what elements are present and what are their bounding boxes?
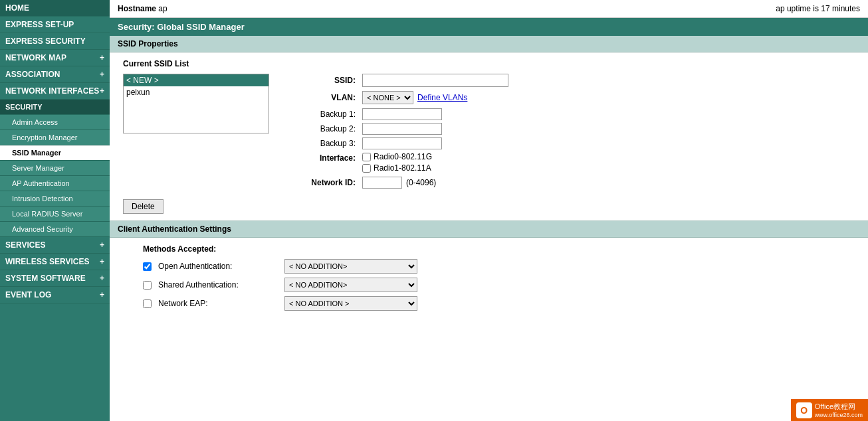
- sidebar-label: NETWORK INTERFACES: [5, 86, 99, 96]
- define-vlans-link[interactable]: Define VLANs: [417, 93, 467, 102]
- open-auth-row: Open Authentication: < NO ADDITION>: [123, 259, 855, 274]
- sidebar-item-security[interactable]: SECURITY: [0, 100, 110, 115]
- shared-auth-label[interactable]: Shared Authentication:: [158, 280, 278, 290]
- current-ssid-title: Current SSID List: [123, 59, 855, 68]
- hostname-value: ap: [158, 4, 167, 13]
- interface-checkbox-2[interactable]: [362, 164, 371, 173]
- interface-option-2[interactable]: Radio1-802.11A: [362, 163, 432, 173]
- backup3-row: Backup 3:: [289, 137, 855, 149]
- sidebar-item-local-radius[interactable]: Local RADIUS Server: [0, 207, 110, 222]
- shared-auth-checkbox[interactable]: [143, 281, 152, 290]
- network-id-hint: (0-4096): [406, 178, 436, 187]
- plus-icon: +: [100, 53, 104, 62]
- network-id-row: Network ID: (0-4096): [289, 177, 855, 189]
- sidebar-item-event-log[interactable]: EVENT LOG+: [0, 287, 110, 303]
- network-eap-checkbox[interactable]: [143, 299, 152, 308]
- interface-option-2-label: Radio1-802.11A: [374, 163, 431, 173]
- delete-button[interactable]: Delete: [123, 199, 163, 214]
- sidebar-label: SECURITY: [5, 103, 43, 111]
- sidebar-label: Admin Access: [12, 118, 58, 126]
- list-item[interactable]: < NEW >: [124, 74, 269, 86]
- sidebar-item-express-security[interactable]: EXPRESS SECURITY: [0, 33, 110, 50]
- interface-option-1-label: Radio0-802.11G: [374, 152, 432, 161]
- ssid-input[interactable]: [362, 74, 508, 87]
- sidebar-item-advanced-security[interactable]: Advanced Security: [0, 222, 110, 237]
- backup1-label: Backup 1:: [289, 110, 362, 119]
- topbar: Hostname ap ap uptime is 17 minutes: [110, 0, 868, 18]
- sidebar-item-server-manager[interactable]: Server Manager: [0, 161, 110, 176]
- sidebar-item-intrusion-detection[interactable]: Intrusion Detection: [0, 191, 110, 207]
- sidebar-label: Encryption Manager: [12, 133, 77, 141]
- open-auth-checkbox[interactable]: [143, 262, 152, 271]
- sidebar-label: Server Manager: [12, 164, 64, 172]
- sidebar-label: Local RADIUS Server: [12, 210, 82, 218]
- network-id-input[interactable]: [362, 177, 402, 189]
- backup2-label: Backup 2:: [289, 124, 362, 133]
- network-eap-row: Network EAP: < NO ADDITION >: [123, 296, 855, 311]
- network-eap-label[interactable]: Network EAP:: [158, 299, 278, 308]
- plus-icon: +: [100, 240, 104, 250]
- sidebar-item-admin-access[interactable]: Admin Access: [0, 115, 110, 130]
- uptime-text: ap uptime is 17 minutes: [776, 4, 860, 13]
- sidebar-item-ap-authentication[interactable]: AP Authentication: [0, 176, 110, 191]
- plus-icon: +: [100, 86, 104, 96]
- backup2-input[interactable]: [362, 123, 442, 135]
- sidebar-item-home[interactable]: HOME: [0, 0, 110, 17]
- interface-row: Interface: Radio0-802.11G Radio1-802.11A: [289, 152, 855, 173]
- network-id-label: Network ID:: [289, 178, 362, 187]
- vlan-select-row: < NONE > Define VLANs: [362, 91, 467, 104]
- sidebar-item-express-setup[interactable]: EXPRESS SET-UP: [0, 17, 110, 33]
- vlan-select[interactable]: < NONE >: [362, 91, 413, 104]
- sidebar-item-encryption-manager[interactable]: Encryption Manager: [0, 130, 110, 145]
- sidebar-label: Advanced Security: [12, 225, 73, 233]
- ssid-properties-header: SSID Properties: [110, 36, 868, 52]
- backup3-label: Backup 3:: [289, 139, 362, 148]
- backup1-input[interactable]: [362, 108, 442, 120]
- plus-icon: +: [100, 70, 104, 79]
- client-auth-section: Methods Accepted: Open Authentication: <…: [110, 238, 868, 321]
- plus-icon: +: [100, 257, 104, 266]
- sidebar-label: EVENT LOG: [5, 290, 51, 299]
- backup3-input[interactable]: [362, 137, 442, 149]
- sidebar-item-association[interactable]: ASSOCIATION+: [0, 66, 110, 83]
- plus-icon: +: [100, 274, 104, 283]
- ssid-listbox[interactable]: < NEW >peixun: [123, 74, 269, 133]
- watermark-text: Office教程网 www.office26.com: [815, 402, 863, 418]
- client-auth-header: Client Authentication Settings: [110, 221, 868, 238]
- main-content: Hostname ap ap uptime is 17 minutes Secu…: [110, 0, 868, 421]
- sidebar-label: AP Authentication: [12, 179, 70, 187]
- open-auth-select[interactable]: < NO ADDITION>: [284, 259, 417, 274]
- sidebar-label: SERVICES: [5, 240, 45, 250]
- sidebar-item-services[interactable]: SERVICES+: [0, 237, 110, 254]
- hostname-label: Hostname: [118, 4, 156, 13]
- sidebar-item-network-interfaces[interactable]: NETWORK INTERFACES+: [0, 83, 110, 100]
- sidebar-label: ASSOCIATION: [5, 70, 60, 79]
- shared-auth-select[interactable]: < NO ADDITION>: [284, 278, 417, 292]
- ssid-panel: < NEW >peixun SSID: VLAN: < NONE > Defi: [123, 74, 855, 193]
- sidebar-label: SYSTEM SOFTWARE: [5, 274, 86, 283]
- sidebar-label: EXPRESS SET-UP: [5, 20, 74, 29]
- sidebar-item-network-map[interactable]: NETWORK MAP+: [0, 50, 110, 66]
- page-title: Security: Global SSID Manager: [118, 22, 245, 32]
- list-item[interactable]: peixun: [124, 86, 269, 98]
- sidebar: HOMEEXPRESS SET-UPEXPRESS SECURITYNETWOR…: [0, 0, 110, 421]
- watermark-icon: O: [796, 402, 812, 418]
- ssid-form-fields: SSID: VLAN: < NONE > Define VLANs Backup: [289, 74, 855, 193]
- hostname: Hostname ap: [118, 4, 167, 13]
- network-eap-select[interactable]: < NO ADDITION >: [284, 296, 417, 311]
- interface-label: Interface:: [289, 152, 362, 163]
- vlan-label: VLAN:: [289, 93, 362, 102]
- ssid-label: SSID:: [289, 76, 362, 85]
- interface-options: Radio0-802.11G Radio1-802.11A: [362, 152, 432, 173]
- sidebar-label: WIRELESS SERVICES: [5, 257, 89, 266]
- sidebar-item-system-software[interactable]: SYSTEM SOFTWARE+: [0, 270, 110, 287]
- interface-option-1[interactable]: Radio0-802.11G: [362, 152, 432, 161]
- sidebar-item-wireless-services[interactable]: WIRELESS SERVICES+: [0, 254, 110, 270]
- page-header: Security: Global SSID Manager: [110, 18, 868, 36]
- sidebar-item-ssid-manager[interactable]: SSID Manager: [0, 145, 110, 161]
- interface-checkbox-1[interactable]: [362, 153, 371, 161]
- ssid-field-row: SSID:: [289, 74, 855, 87]
- plus-icon: +: [100, 290, 104, 299]
- sidebar-label: NETWORK MAP: [5, 53, 66, 62]
- open-auth-label[interactable]: Open Authentication:: [158, 262, 278, 271]
